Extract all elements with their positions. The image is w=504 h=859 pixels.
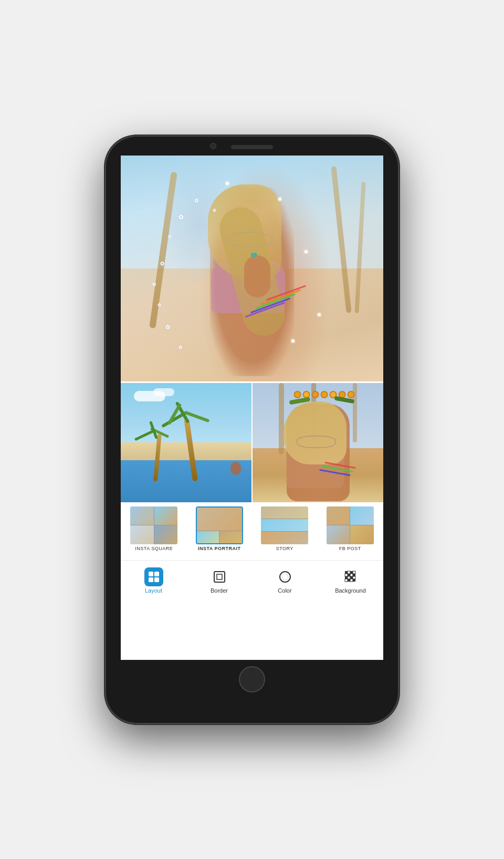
svg-rect-14 [353, 574, 355, 576]
phone-frame: ✿ ✿ ✿ ✿ ✿ ✿ ✿ ✿ ✿ [105, 136, 399, 724]
svg-rect-12 [348, 574, 350, 576]
svg-rect-16 [348, 576, 350, 579]
svg-point-6 [282, 574, 288, 580]
phone-home-button[interactable] [239, 666, 265, 692]
toolbar-label-color: Color [278, 587, 291, 594]
svg-rect-22 [353, 579, 355, 582]
svg-rect-13 [350, 574, 353, 576]
svg-rect-8 [348, 571, 350, 574]
thumbnail-insta-portrait[interactable]: INSTA PORTRAIT [188, 506, 251, 558]
background-icon [341, 567, 360, 586]
main-photo-area: ✿ ✿ ✿ ✿ ✿ ✿ ✿ ✿ ✿ [121, 156, 383, 381]
toolbar-label-background: Background [335, 587, 366, 594]
svg-rect-20 [348, 579, 350, 582]
svg-rect-18 [353, 576, 355, 579]
svg-rect-11 [345, 574, 348, 576]
border-icon [210, 567, 229, 586]
svg-rect-17 [350, 576, 353, 579]
svg-rect-1 [154, 572, 159, 576]
phone-screen: ✿ ✿ ✿ ✿ ✿ ✿ ✿ ✿ ✿ [121, 156, 383, 660]
svg-rect-10 [353, 571, 355, 574]
toolbar-background[interactable]: Background [318, 567, 383, 594]
toolbar-border[interactable]: Border [186, 567, 252, 594]
svg-rect-19 [345, 579, 348, 582]
grid-photo-right[interactable] [253, 383, 383, 502]
photo-grid [121, 381, 383, 502]
svg-rect-4 [214, 572, 225, 582]
toolbar-color[interactable]: Color [252, 567, 318, 594]
thumbnail-label-insta-square: INSTA SQUARE [135, 546, 173, 551]
grid-photo-left[interactable] [121, 383, 251, 502]
thumbnail-insta-square[interactable]: INSTA SQUARE [123, 506, 185, 558]
bottom-toolbar: Layout Border Color [121, 560, 383, 599]
svg-rect-0 [149, 572, 153, 576]
thumbnail-label-fb-post: FB POST [339, 546, 361, 551]
thumbnail-label-story: STORY [276, 546, 293, 551]
svg-rect-2 [149, 577, 153, 582]
phone-speaker [231, 145, 273, 149]
thumbnail-label-insta-portrait: INSTA PORTRAIT [198, 546, 241, 551]
toolbar-label-border: Border [211, 587, 228, 594]
toolbar-layout[interactable]: Layout [121, 567, 186, 594]
phone-camera [210, 143, 216, 149]
color-icon [276, 567, 295, 586]
toolbar-label-layout: Layout [145, 587, 162, 594]
thumbnail-story[interactable]: STORY [254, 506, 316, 558]
svg-rect-9 [350, 571, 353, 574]
svg-rect-3 [154, 577, 159, 582]
svg-rect-15 [345, 576, 348, 579]
thumbnail-fb-post[interactable]: FB POST [319, 506, 382, 558]
svg-rect-21 [350, 579, 353, 582]
layout-icon [144, 567, 163, 586]
thumbnail-strip: INSTA SQUARE INSTA PORTRAIT [121, 502, 383, 560]
svg-rect-7 [345, 571, 348, 574]
